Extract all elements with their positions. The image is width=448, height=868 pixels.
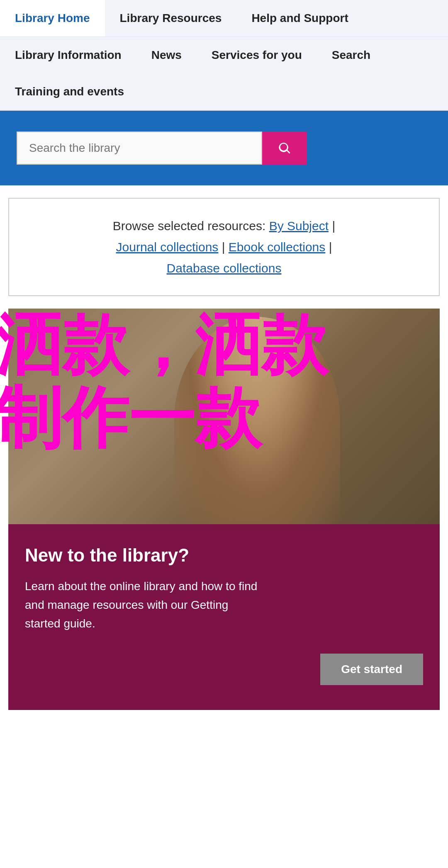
hero-container: New to the library? Learn about the onli… [8,309,440,710]
nav-row-tertiary: Training and events [0,73,448,110]
nav-item-help-and-support[interactable]: Help and Support [236,0,363,36]
nav-row-primary: Library HomeLibrary ResourcesHelp and Su… [0,0,448,37]
hero-card-title: New to the library? [25,545,423,566]
hero-watermark-container: 洒款，洒款 制作一款 New to the library? Learn abo… [0,309,448,710]
search-bar [17,131,307,165]
browse-section: Browse selected resources: By Subject | … [8,198,440,296]
main-navigation: Library HomeLibrary ResourcesHelp and Su… [0,0,448,111]
browse-prefix: Browse selected resources: [113,219,266,233]
nav-item-library-information[interactable]: Library Information [0,37,136,73]
hero-card: New to the library? Learn about the onli… [8,524,440,710]
browse-link-ebook-collections[interactable]: Ebook collections [229,240,325,254]
nav-item-news[interactable]: News [136,37,197,73]
nav-item-training-and-events[interactable]: Training and events [0,73,139,110]
nav-item-library-home[interactable]: Library Home [0,0,105,36]
nav-item-services-for-you[interactable]: Services for you [197,37,317,73]
browse-sep-1: | [332,219,335,233]
hero-image [8,309,440,524]
browse-link-database-collections[interactable]: Database collections [167,261,282,275]
hero-card-text: Learn about the online library and how t… [25,577,265,633]
browse-sep-3: | [329,240,332,254]
browse-link-journal-collections[interactable]: Journal collections [116,240,219,254]
search-button[interactable] [262,131,307,165]
get-started-button[interactable]: Get started [320,654,423,685]
search-input[interactable] [17,131,262,165]
nav-item-library-resources[interactable]: Library Resources [105,0,237,36]
nav-row-secondary: Library InformationNewsServices for youS… [0,37,448,73]
browse-text: Browse selected resources: By Subject | … [22,215,426,279]
browse-sep-2: | [222,240,229,254]
browse-link-by-subject[interactable]: By Subject [269,219,329,233]
search-section [0,111,448,185]
search-icon [277,141,292,156]
nav-item-search[interactable]: Search [317,37,385,73]
